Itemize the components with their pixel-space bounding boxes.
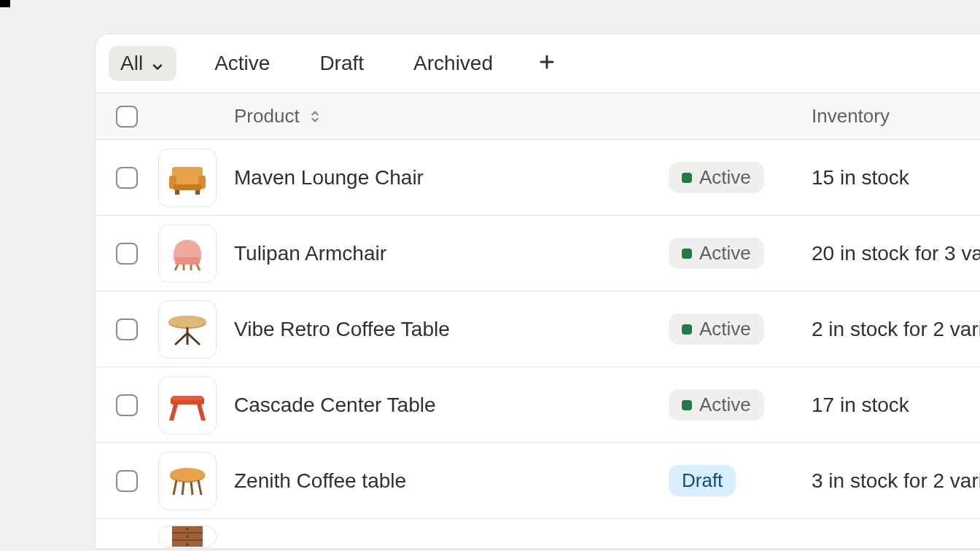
status-badge: Active bbox=[669, 238, 764, 269]
table-row[interactable]: Vibe Retro Coffee TableActive2 in stock … bbox=[96, 292, 980, 367]
column-header-inventory[interactable]: Inventory bbox=[812, 105, 980, 128]
status-badge: Draft bbox=[669, 465, 736, 496]
status-badge: Active bbox=[669, 313, 764, 345]
sort-icon bbox=[307, 109, 323, 125]
column-header-product[interactable]: Product bbox=[234, 105, 669, 128]
status-label: Draft bbox=[682, 469, 723, 492]
status-label: Active bbox=[699, 318, 751, 340]
inventory-text: 15 in stock bbox=[812, 166, 909, 189]
row-checkbox[interactable] bbox=[116, 243, 138, 265]
product-thumbnail bbox=[158, 300, 217, 359]
inventory-text: 2 in stock for 2 variants bbox=[812, 318, 980, 341]
status-label: Active bbox=[699, 394, 751, 416]
product-name: Tulipan Armchair bbox=[234, 242, 386, 265]
tab-draft[interactable]: Draft bbox=[308, 46, 376, 81]
product-name: Vibe Retro Coffee Table bbox=[234, 318, 450, 341]
add-view-button[interactable] bbox=[531, 47, 563, 79]
table-row[interactable] bbox=[96, 519, 980, 548]
inventory-text: 3 in stock for 2 variants bbox=[812, 469, 980, 493]
product-column-label: Product bbox=[234, 105, 300, 128]
chevron-down-icon bbox=[150, 56, 165, 71]
tab-active[interactable]: Active bbox=[203, 46, 281, 81]
select-all-checkbox[interactable] bbox=[116, 106, 138, 128]
status-dot-icon bbox=[682, 400, 692, 410]
row-checkbox[interactable] bbox=[116, 470, 138, 492]
product-name: Zenith Coffee table bbox=[234, 469, 406, 493]
inventory-text: 20 in stock for 3 variants bbox=[812, 242, 980, 265]
table-row[interactable]: Maven Lounge ChairActive15 in stock bbox=[96, 140, 980, 216]
inventory-column-label: Inventory bbox=[812, 105, 890, 128]
status-badge: Active bbox=[669, 162, 764, 193]
tab-archived[interactable]: Archived bbox=[402, 46, 505, 81]
tab-draft-label: Draft bbox=[319, 52, 364, 75]
status-label: Active bbox=[699, 242, 751, 265]
products-panel: All Active Draft Archived Product bbox=[95, 34, 980, 549]
table-row[interactable]: Tulipan ArmchairActive20 in stock for 3 … bbox=[96, 216, 980, 292]
inventory-text: 17 in stock bbox=[812, 394, 909, 417]
table-row[interactable]: Zenith Coffee tableDraft3 in stock for 2… bbox=[96, 443, 980, 519]
status-dot-icon bbox=[682, 249, 692, 259]
row-checkbox[interactable] bbox=[116, 319, 138, 340]
status-dot-icon bbox=[682, 324, 692, 335]
tab-all-label: All bbox=[120, 52, 143, 75]
status-badge: Active bbox=[669, 389, 764, 421]
product-thumbnail bbox=[158, 224, 217, 283]
tab-active-label: Active bbox=[214, 52, 270, 75]
product-thumbnail bbox=[158, 452, 217, 510]
product-name: Cascade Center Table bbox=[234, 394, 436, 417]
table-body: Maven Lounge ChairActive15 in stockTulip… bbox=[96, 140, 980, 548]
filter-tabs: All Active Draft Archived bbox=[96, 34, 980, 93]
product-name: Maven Lounge Chair bbox=[234, 166, 424, 189]
product-thumbnail bbox=[158, 525, 217, 547]
product-thumbnail bbox=[158, 376, 217, 434]
tab-archived-label: Archived bbox=[413, 52, 493, 75]
plus-icon bbox=[538, 53, 556, 74]
table-header: Product Inventory bbox=[96, 93, 980, 140]
table-row[interactable]: Cascade Center TableActive17 in stock bbox=[96, 367, 980, 443]
row-checkbox[interactable] bbox=[116, 394, 138, 416]
status-dot-icon bbox=[682, 173, 692, 183]
corner-decoration bbox=[0, 0, 10, 7]
status-label: Active bbox=[699, 166, 751, 189]
product-thumbnail bbox=[158, 149, 217, 207]
tab-all[interactable]: All bbox=[109, 46, 176, 81]
row-checkbox[interactable] bbox=[116, 167, 138, 189]
